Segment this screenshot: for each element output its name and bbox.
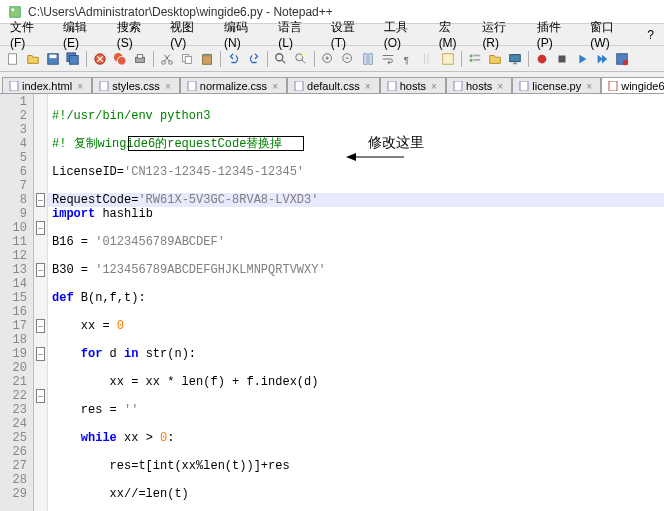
fold-toggle-icon[interactable]: −	[36, 221, 45, 235]
tab-hosts1[interactable]: hosts×	[380, 77, 446, 94]
print-icon[interactable]	[131, 50, 149, 68]
find-icon[interactable]	[272, 50, 290, 68]
menubar: 文件(F) 编辑(E) 搜索(S) 视图(V) 编码(N) 语言(L) 设置(T…	[0, 24, 664, 46]
play-macro-icon[interactable]	[573, 50, 591, 68]
close-icon[interactable]	[91, 50, 109, 68]
svg-point-39	[623, 59, 628, 64]
code-line: #! 复制wingide6的requestCode替换掉	[52, 137, 282, 151]
svg-rect-47	[609, 81, 617, 91]
word-wrap-icon[interactable]	[379, 50, 397, 68]
menu-run[interactable]: 运行(R)	[476, 17, 528, 52]
menu-macro[interactable]: 宏(M)	[433, 17, 475, 52]
svg-rect-33	[473, 59, 480, 61]
tab-label: hosts	[400, 80, 426, 92]
fold-toggle-icon[interactable]: −	[36, 319, 45, 333]
tab-close-icon[interactable]: ×	[163, 81, 173, 91]
line-numbers: 1234567891011121314151617181920212223242…	[0, 94, 34, 511]
folder-icon[interactable]	[486, 50, 504, 68]
zoom-in-icon[interactable]	[319, 50, 337, 68]
tab-wingide6[interactable]: wingide6 crack.py×	[601, 77, 664, 94]
replace-icon[interactable]	[292, 50, 310, 68]
tab-close-icon[interactable]: ×	[75, 81, 85, 91]
undo-icon[interactable]	[225, 50, 243, 68]
save-icon[interactable]	[44, 50, 62, 68]
svg-rect-30	[470, 54, 473, 57]
tab-close-icon[interactable]: ×	[270, 81, 280, 91]
menu-view[interactable]: 视图(V)	[164, 17, 216, 52]
svg-rect-34	[510, 54, 521, 61]
tab-label: default.css	[307, 80, 360, 92]
svg-rect-17	[204, 53, 209, 56]
copy-icon[interactable]	[178, 50, 196, 68]
new-file-icon[interactable]	[4, 50, 22, 68]
file-icon	[187, 81, 197, 91]
tab-label: license.py	[532, 80, 581, 92]
tab-close-icon[interactable]: ×	[363, 81, 373, 91]
close-all-icon[interactable]	[111, 50, 129, 68]
menu-edit[interactable]: 编辑(E)	[57, 17, 109, 52]
paste-icon[interactable]	[198, 50, 216, 68]
separator	[267, 51, 268, 67]
code-line: B30 = '123456789ABCDEFGHJKLMNPQRTVWXY'	[52, 263, 326, 277]
tab-close-icon[interactable]: ×	[495, 81, 505, 91]
file-icon	[387, 81, 397, 91]
menu-file[interactable]: 文件(F)	[4, 17, 55, 52]
svg-point-13	[169, 60, 173, 64]
redo-icon[interactable]	[245, 50, 263, 68]
stop-macro-icon[interactable]	[553, 50, 571, 68]
code-line: import hashlib	[52, 207, 153, 221]
tab-close-icon[interactable]: ×	[584, 81, 594, 91]
code-line: xx = 0	[52, 319, 124, 333]
svg-rect-40	[10, 81, 18, 91]
svg-rect-4	[50, 54, 57, 58]
menu-search[interactable]: 搜索(S)	[111, 17, 163, 52]
code-area[interactable]: #!/usr/bin/env python3 #! 复制wingide6的req…	[48, 94, 664, 511]
tab-label: hosts	[466, 80, 492, 92]
play-multi-icon[interactable]	[593, 50, 611, 68]
editor[interactable]: 1234567891011121314151617181920212223242…	[0, 94, 664, 511]
tab-license[interactable]: license.py×	[512, 77, 601, 94]
code-line: res = ''	[52, 403, 138, 417]
menu-encoding[interactable]: 编码(N)	[218, 17, 270, 52]
tab-close-icon[interactable]: ×	[429, 81, 439, 91]
fold-toggle-icon[interactable]: −	[36, 263, 45, 277]
svg-rect-24	[364, 53, 368, 64]
menu-plugins[interactable]: 插件(P)	[531, 17, 583, 52]
tab-normalize[interactable]: normalize.css×	[180, 77, 287, 94]
separator	[220, 51, 221, 67]
indent-guide-icon[interactable]	[419, 50, 437, 68]
menu-tools[interactable]: 工具(O)	[378, 17, 431, 52]
svg-rect-41	[100, 81, 108, 91]
save-all-icon[interactable]	[64, 50, 82, 68]
svg-point-12	[162, 60, 166, 64]
cut-icon[interactable]	[158, 50, 176, 68]
fold-toggle-icon[interactable]: −	[36, 193, 45, 207]
tab-default[interactable]: default.css×	[287, 77, 380, 94]
menu-settings[interactable]: 设置(T)	[325, 17, 376, 52]
svg-rect-31	[473, 54, 480, 56]
tab-index[interactable]: index.html×	[2, 77, 92, 94]
code-line: #!/usr/bin/env python3	[52, 109, 210, 123]
file-icon	[9, 81, 19, 91]
menu-language[interactable]: 语言(L)	[272, 17, 322, 52]
svg-rect-29	[443, 53, 454, 64]
menu-help[interactable]: ?	[641, 26, 660, 44]
open-file-icon[interactable]	[24, 50, 42, 68]
save-macro-icon[interactable]	[613, 50, 631, 68]
fold-toggle-icon[interactable]: −	[36, 347, 45, 361]
zoom-out-icon[interactable]	[339, 50, 357, 68]
doc-map-icon[interactable]	[439, 50, 457, 68]
code-line: def B(n,f,t):	[52, 291, 146, 305]
show-all-chars-icon[interactable]: ¶	[399, 50, 417, 68]
fold-toggle-icon[interactable]: −	[36, 389, 45, 403]
function-list-icon[interactable]	[466, 50, 484, 68]
monitor-icon[interactable]	[506, 50, 524, 68]
menu-window[interactable]: 窗口(W)	[584, 17, 639, 52]
tab-hosts2[interactable]: hosts×	[446, 77, 512, 94]
tab-styles[interactable]: styles.css×	[92, 77, 180, 94]
code-line: RequestCode='RW61X-5V3GC-8RVA8-LVXD3'	[52, 193, 318, 207]
svg-rect-45	[454, 81, 462, 91]
record-macro-icon[interactable]	[533, 50, 551, 68]
sync-vscroll-icon[interactable]	[359, 50, 377, 68]
svg-line-19	[282, 59, 286, 63]
